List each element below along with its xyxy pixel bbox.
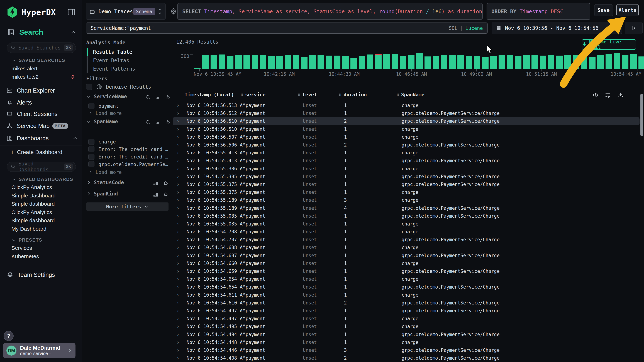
spanname-checkbox[interactable]: [88, 139, 94, 145]
table-row[interactable]: ›Nov 6 10:54:55.413 AMpaymentUnset1charg…: [173, 149, 640, 157]
table-row[interactable]: ›Nov 6 10:54:54.497 AMpaymentUnset1grpc.…: [173, 307, 640, 315]
row-expand-icon[interactable]: ›: [176, 237, 181, 242]
wrap-text-icon[interactable]: [605, 92, 611, 98]
resume-live-tail-button[interactable]: Resume Live Tail: [582, 39, 636, 50]
histogram-bar[interactable]: [202, 55, 209, 69]
sidebar-item-dashboard[interactable]: ClickPy Analytics: [12, 183, 78, 191]
row-expand-icon[interactable]: ›: [176, 324, 181, 329]
row-expand-icon[interactable]: ›: [176, 182, 181, 187]
histogram-bar[interactable]: [474, 56, 480, 69]
column-duration[interactable]: ⠿duration: [339, 92, 367, 97]
histogram-bar[interactable]: [466, 56, 472, 69]
histogram-bar[interactable]: [622, 55, 628, 69]
row-expand-icon[interactable]: ›: [176, 308, 181, 313]
row-expand-icon[interactable]: ›: [176, 316, 181, 321]
search-icon[interactable]: [145, 120, 150, 125]
row-expand-icon[interactable]: ›: [176, 174, 181, 179]
histogram-bar[interactable]: [548, 55, 554, 69]
drag-handle-icon[interactable]: ⠿: [339, 92, 342, 97]
histogram-bar[interactable]: [441, 55, 448, 69]
table-row[interactable]: ›Nov 6 10:54:54.659 AMpaymentUnset1grpc.…: [173, 267, 640, 275]
filter-value-spanname[interactable]: grpc.oteldemo.PaymentSe…: [88, 161, 168, 167]
row-expand-icon[interactable]: ›: [176, 332, 181, 337]
filter-group-spankind[interactable]: SpanKind: [86, 191, 118, 197]
histogram-bar[interactable]: [301, 57, 308, 69]
bar-chart-icon[interactable]: [155, 94, 161, 100]
table-row[interactable]: ›Nov 6 10:54:54.610 AMpaymentUnset2grpc.…: [173, 299, 640, 307]
histogram-bar[interactable]: [424, 56, 431, 69]
saved-searches-heading[interactable]: SAVED SEARCHES: [12, 57, 65, 63]
filter-value-spanname[interactable]: Error: The credit card …: [88, 146, 168, 152]
histogram-bar[interactable]: [458, 55, 464, 69]
row-expand-icon[interactable]: ›: [176, 166, 181, 171]
table-row[interactable]: ›Nov 6 10:54:54.660 AMpaymentUnset1charg…: [173, 259, 640, 267]
histogram-bar[interactable]: [606, 54, 612, 69]
sql-select-editor[interactable]: SELECT Timestamp, ServiceName as service…: [178, 3, 483, 20]
histogram-bar[interactable]: [318, 55, 324, 69]
filter-value-spanname[interactable]: charge: [88, 139, 116, 145]
row-expand-icon[interactable]: ›: [176, 189, 181, 195]
row-expand-icon[interactable]: ›: [176, 111, 181, 116]
sidebar-item-client-sessions[interactable]: Client Sessions: [6, 109, 78, 119]
histogram-bar[interactable]: [326, 56, 332, 69]
histogram-bar[interactable]: [210, 55, 217, 69]
table-row[interactable]: ›Nov 6 10:54:55.413 AMpaymentUnset1grpc.…: [173, 157, 640, 165]
more-filters-button[interactable]: More filters: [86, 202, 168, 211]
column-service[interactable]: ⠿service: [240, 92, 266, 97]
help-button[interactable]: ?: [4, 331, 14, 341]
table-row[interactable]: ›Nov 6 10:54:54.707 AMpaymentUnset1grpc.…: [173, 236, 640, 243]
row-expand-icon[interactable]: ›: [176, 103, 181, 108]
table-row[interactable]: ›Nov 6 10:54:55.375 AMpaymentUnset1charg…: [173, 188, 640, 196]
bar-chart-icon[interactable]: [155, 119, 161, 125]
histogram-bar[interactable]: [284, 55, 291, 69]
bar-chart-icon[interactable]: [153, 191, 158, 197]
row-expand-icon[interactable]: ›: [176, 292, 181, 298]
sidebar-item-preset[interactable]: Kubernetes: [12, 252, 78, 260]
column-timestamp[interactable]: Timestamp (Local): [184, 92, 234, 97]
histogram-bar[interactable]: [507, 55, 513, 69]
spanname-checkbox[interactable]: [88, 161, 94, 167]
row-expand-icon[interactable]: ›: [176, 213, 181, 219]
chevron-up-icon[interactable]: [72, 136, 78, 141]
lang-lucene-toggle[interactable]: Lucene: [465, 25, 483, 31]
code-icon[interactable]: [592, 92, 598, 98]
search-icon[interactable]: [145, 95, 150, 100]
histogram-bar[interactable]: [334, 56, 340, 69]
saved-dashboards-heading[interactable]: SAVED DASHBOARDS: [12, 177, 73, 182]
lang-sql-toggle[interactable]: SQL: [449, 25, 458, 31]
histogram-bar[interactable]: [309, 55, 316, 69]
sidebar-item-service-map[interactable]: Service Map BETA: [6, 121, 78, 131]
download-icon[interactable]: [617, 92, 624, 98]
row-expand-icon[interactable]: ›: [176, 245, 181, 250]
row-expand-icon[interactable]: ›: [176, 348, 181, 353]
table-row[interactable]: ›Nov 6 10:54:56.506 AMpaymentUnset2grpc.…: [173, 141, 640, 149]
filter-group-statuscode[interactable]: StatusCode: [86, 180, 124, 185]
histogram-bar[interactable]: [540, 56, 546, 69]
histogram-bar[interactable]: [219, 54, 225, 69]
search-query-input[interactable]: ServiceName:"payment" SQL|Lucene: [86, 22, 488, 34]
table-row[interactable]: ›Nov 6 10:54:55.189 AMpaymentUnset3charg…: [173, 196, 640, 204]
table-row[interactable]: ›Nov 6 10:54:54.688 AMpaymentUnset1charg…: [173, 243, 640, 251]
payment-checkbox[interactable]: [88, 103, 94, 109]
histogram-bar[interactable]: [490, 56, 497, 69]
row-expand-icon[interactable]: ›: [176, 300, 181, 306]
pin-icon[interactable]: [166, 95, 171, 100]
analysis-mode-event-deltas[interactable]: Event Deltas: [86, 56, 171, 65]
sidebar-item-team-settings[interactable]: Team Settings: [6, 270, 55, 280]
row-expand-icon[interactable]: ›: [176, 261, 181, 266]
histogram-bar[interactable]: [532, 55, 538, 69]
table-row[interactable]: ›Nov 6 10:54:56.507 AMpaymentUnset1charg…: [173, 133, 640, 141]
spanname-checkbox[interactable]: [88, 146, 94, 152]
row-expand-icon[interactable]: ›: [176, 127, 181, 132]
table-row[interactable]: ›Nov 6 10:54:54.495 AMpaymentUnset1charg…: [173, 323, 640, 330]
run-query-button[interactable]: [625, 22, 642, 34]
table-row[interactable]: ›Nov 6 10:54:54.494 AMpaymentUnset1grpc.…: [173, 330, 640, 338]
histogram-bar[interactable]: [244, 55, 250, 69]
histogram-bar[interactable]: [260, 55, 266, 69]
sidebar-item-dashboard[interactable]: ClickPy Analytics: [12, 208, 78, 216]
row-expand-icon[interactable]: ›: [176, 340, 181, 345]
denoise-results-row[interactable]: Denoise Results: [86, 84, 151, 90]
row-expand-icon[interactable]: ›: [176, 269, 181, 274]
histogram-bar[interactable]: [638, 56, 644, 69]
sidebar-item-dashboards[interactable]: Dashboards: [6, 133, 78, 143]
